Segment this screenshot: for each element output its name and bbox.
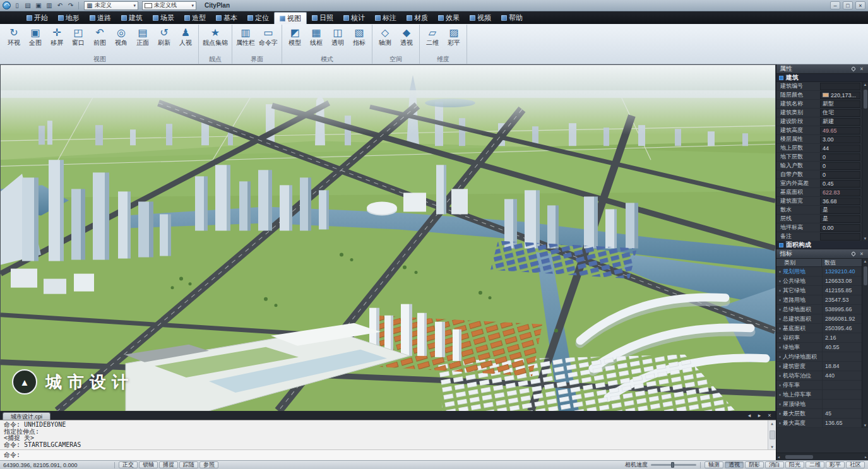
ribbon-button[interactable]: ◇ 轴测 <box>374 25 396 47</box>
panel-close-icon[interactable]: × <box>859 66 865 72</box>
menu-tab[interactable]: 造型 <box>179 11 211 24</box>
property-value[interactable]: 新建 <box>820 118 860 126</box>
scrollbar-thumb[interactable] <box>864 90 867 109</box>
menu-tab[interactable]: 建筑 <box>116 11 148 24</box>
property-value[interactable] <box>820 233 860 240</box>
property-value[interactable]: 新型 <box>820 100 860 108</box>
status-toggle[interactable]: 正交 <box>119 461 138 468</box>
redo-icon[interactable]: ↷ <box>66 2 75 9</box>
indicator-row[interactable]: 总建筑面积 2866081.92 <box>776 314 862 324</box>
ribbon-button[interactable]: ▱ 二维 <box>422 25 443 47</box>
menu-tab[interactable]: 材质 <box>401 11 433 24</box>
command-history[interactable]: 命令: UNHIDEBYONE 指定拉伸点: <捕捉 关> 命令: STARTB… <box>0 420 776 449</box>
property-row[interactable]: 建筑名称 新型 <box>776 100 862 109</box>
undo-icon[interactable]: ↶ <box>56 2 64 9</box>
panel-close-icon[interactable]: × <box>859 251 865 257</box>
property-row[interactable]: 散水 是 <box>776 206 862 215</box>
property-row[interactable]: 建筑面宽 36.68 <box>776 197 862 206</box>
viewport-3d[interactable]: ▲ 城市设计 <box>0 64 776 411</box>
menu-tab[interactable]: 视图 <box>274 12 307 24</box>
property-row[interactable]: 随层颜色 220,173... <box>776 91 862 100</box>
section-header-area-composition[interactable]: 面积构成 <box>776 241 868 249</box>
layer-select[interactable]: ▦ 未定义 ▾ <box>84 1 138 10</box>
property-row[interactable]: 建设阶段 新建 <box>776 117 862 126</box>
view-toggle[interactable]: 社区 <box>846 461 865 468</box>
command-input-row[interactable]: 命令: <box>0 449 776 460</box>
menu-tab[interactable]: 开始 <box>21 11 53 24</box>
menu-tab[interactable]: 视频 <box>465 11 496 24</box>
property-row[interactable]: 基底面积 622.83 <box>776 188 862 197</box>
indicators-h-scrollbar[interactable]: ◂ ▸ <box>776 453 868 460</box>
print-icon[interactable]: ▥ <box>45 2 54 9</box>
property-row[interactable]: 输入户数 0 <box>776 162 862 170</box>
ribbon-button[interactable]: ◆ 透视 <box>396 25 417 47</box>
ribbon-button[interactable]: ↶ 前图 <box>89 25 110 47</box>
indicator-row[interactable]: 最大高度 136.65 <box>776 419 862 428</box>
property-row[interactable]: 自带户数 0 <box>776 170 862 179</box>
property-value[interactable]: 3.00 <box>820 136 860 143</box>
scroll-left-icon[interactable]: ◂ <box>778 454 780 459</box>
open-file-icon[interactable]: ▤ <box>23 2 32 9</box>
scroll-up-icon[interactable]: ▲ <box>771 421 773 425</box>
new-file-icon[interactable]: ▯ <box>13 2 21 9</box>
property-row[interactable]: 楼层属性 3.00 <box>776 135 862 144</box>
menu-tab[interactable]: 基本 <box>211 11 242 24</box>
ribbon-button[interactable]: ✛ 移屏 <box>46 25 68 47</box>
viewport-tab[interactable]: 城市设计.cpi <box>3 412 51 420</box>
property-value[interactable]: 住宅 <box>820 109 860 117</box>
ribbon-button[interactable]: ★ 靓点集锦 <box>201 25 230 47</box>
menu-tab[interactable]: 场景 <box>148 11 179 24</box>
scrollbar-thumb[interactable] <box>864 266 867 285</box>
close-button[interactable]: × <box>855 1 865 9</box>
ribbon-button[interactable]: ▤ 正面 <box>132 25 153 47</box>
indicator-row[interactable]: 道路用地 23547.53 <box>776 295 862 305</box>
menu-tab[interactable]: 道路 <box>85 11 116 24</box>
ribbon-button[interactable]: ▭ 命令字 <box>257 25 280 47</box>
command-scrollbar[interactable]: ▲ ▼ <box>768 420 776 449</box>
ribbon-button[interactable]: ◫ 透明 <box>327 25 348 47</box>
menu-tab[interactable]: 效果 <box>433 11 465 24</box>
scroll-right-icon[interactable]: ▸ <box>865 454 867 459</box>
view-toggle[interactable]: 阳光 <box>785 461 804 468</box>
linetype-select[interactable]: 未定义线 ▾ <box>142 1 196 10</box>
tab-close-icon[interactable]: × <box>766 412 773 420</box>
indicator-row[interactable]: 总绿地面积 538995.66 <box>776 305 862 314</box>
pin-icon[interactable] <box>851 251 856 256</box>
indicator-row[interactable]: 停车率 <box>776 381 862 390</box>
scroll-down-icon[interactable]: ▼ <box>771 444 773 449</box>
indicator-row[interactable]: 屋顶绿地 <box>776 400 862 409</box>
ribbon-button[interactable]: ▧ 指标 <box>348 25 370 47</box>
tab-scroll-left-icon[interactable]: ◂ <box>746 412 753 420</box>
property-value[interactable]: 0.45 <box>820 180 860 187</box>
property-value[interactable]: 44 <box>820 145 860 152</box>
property-value[interactable]: 是 <box>820 215 860 223</box>
indicator-row[interactable]: 建筑密度 18.84 <box>776 362 862 371</box>
scrollbar-thumb[interactable] <box>770 430 775 439</box>
ribbon-button[interactable]: ▦ 线框 <box>306 25 327 47</box>
properties-scrollbar[interactable]: ▲ ▼ <box>862 82 868 241</box>
scrollbar-thumb[interactable] <box>785 455 813 459</box>
indicator-row[interactable]: 公共绿地 126633.08 <box>776 276 862 286</box>
indicator-row[interactable]: 其它绿地 412155.85 <box>776 286 862 295</box>
pin-icon[interactable] <box>851 66 856 71</box>
indicator-row[interactable]: 机动车泊位 440 <box>776 371 862 381</box>
property-row[interactable]: 备注 <box>776 232 862 241</box>
ribbon-button[interactable]: ◰ 窗口 <box>68 25 89 47</box>
ribbon-button[interactable]: ◎ 视角 <box>110 25 132 47</box>
menu-tab[interactable]: 核计 <box>338 11 370 24</box>
status-toggle[interactable]: 踪随 <box>179 461 198 468</box>
view-toggle[interactable]: 彩平 <box>826 461 845 468</box>
indicator-row[interactable]: 人均绿地面积 <box>776 352 862 362</box>
indicators-scrollbar[interactable]: ▲ ▼ <box>862 259 868 428</box>
minimize-button[interactable]: – <box>830 1 840 9</box>
property-value[interactable]: 是 <box>820 206 860 214</box>
property-value[interactable]: 0.00 <box>820 224 860 232</box>
menu-tab[interactable]: 日照 <box>307 11 338 24</box>
view-toggle[interactable]: 阴影 <box>745 461 764 468</box>
camera-speed-slider[interactable] <box>651 464 696 466</box>
property-value[interactable]: 0 <box>820 162 860 170</box>
ribbon-button[interactable]: ▥ 属性栏 <box>234 25 257 47</box>
property-value[interactable]: 220,173... <box>820 92 860 99</box>
tab-scroll-right-icon[interactable]: ▸ <box>756 412 763 420</box>
property-row[interactable]: 建筑高度 49.65 <box>776 126 862 135</box>
